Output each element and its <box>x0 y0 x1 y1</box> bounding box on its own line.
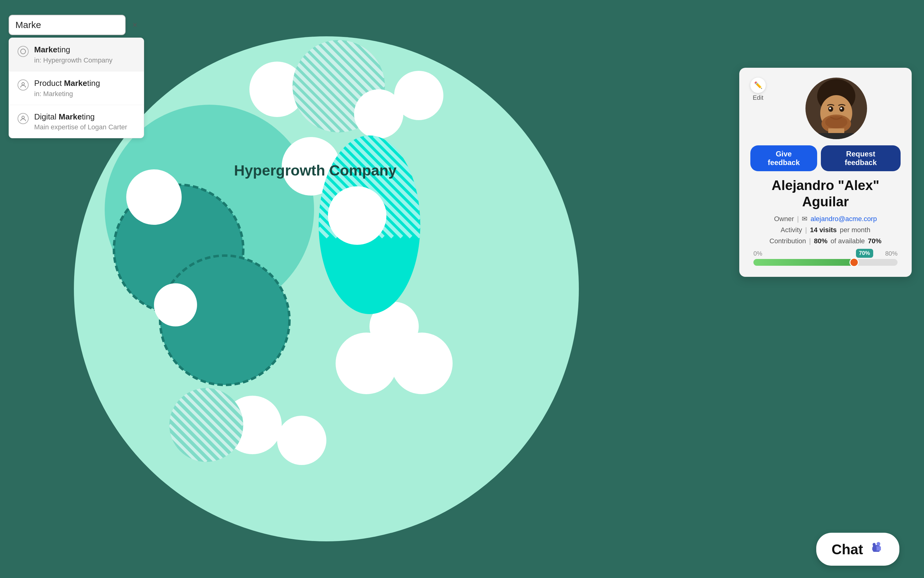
profile-contribution-row: Contribution | 80% of available 70% <box>751 237 901 245</box>
svg-line-24 <box>292 123 302 132</box>
svg-line-17 <box>292 58 366 132</box>
svg-line-23 <box>292 114 311 132</box>
svg-line-65 <box>319 154 402 237</box>
svg-line-68 <box>319 182 374 237</box>
svg-point-29 <box>282 137 340 196</box>
svg-point-93 <box>872 543 876 546</box>
contribution-value: 80% <box>814 237 827 245</box>
progress-bar-fill: 70% <box>754 259 854 266</box>
svg-point-3 <box>250 62 305 117</box>
profile-name: Alejandro "Alex" Aguilar <box>751 177 901 210</box>
svg-line-56 <box>346 135 420 209</box>
svg-line-12 <box>339 40 385 86</box>
profile-top-section: ✏️ Edit <box>751 78 901 139</box>
contribution-suffix: of available <box>831 237 865 245</box>
teams-icon <box>868 539 884 559</box>
svg-point-77 <box>22 116 24 119</box>
svg-line-18 <box>292 68 357 132</box>
search-container: Marke × Marketing in: Hypergrowth Compan… <box>9 15 144 138</box>
svg-point-25 <box>354 89 404 138</box>
svg-line-58 <box>365 135 420 191</box>
activity-value: 14 visits <box>810 226 837 234</box>
svg-line-10 <box>320 40 385 105</box>
svg-rect-84 <box>812 133 861 139</box>
svg-point-51 <box>319 135 420 314</box>
svg-point-28 <box>154 283 197 326</box>
chat-label: Chat <box>832 541 863 558</box>
svg-line-71 <box>319 209 346 237</box>
svg-point-32 <box>370 302 419 351</box>
svg-point-52 <box>319 135 420 314</box>
svg-line-39 <box>188 388 243 443</box>
request-feedback-button[interactable]: Request feedback <box>821 145 901 171</box>
svg-point-4 <box>292 40 385 132</box>
svg-rect-92 <box>876 546 881 550</box>
activity-suffix: per month <box>840 226 871 234</box>
separator-2: | <box>805 226 807 234</box>
svg-line-49 <box>169 443 188 462</box>
email-link[interactable]: alejandro@acme.corp <box>811 215 877 223</box>
activity-label: Activity <box>781 226 802 234</box>
search-result-product-marketing-content: Product Marketing in: Marketing <box>34 78 135 98</box>
progress-bar-background: 70% <box>754 259 898 266</box>
progress-max: 80% <box>885 250 898 257</box>
svg-line-55 <box>337 135 420 219</box>
svg-line-13 <box>348 40 385 77</box>
search-result-marketing[interactable]: Marketing in: Hypergrowth Company <box>9 38 144 71</box>
search-input[interactable]: Marke <box>15 20 132 30</box>
avatar-container <box>772 78 901 139</box>
search-result-digital-marketing[interactable]: Digital Marketing Main expertise of Loga… <box>9 105 144 138</box>
outer-bubble <box>74 36 579 541</box>
svg-line-61 <box>392 135 420 163</box>
svg-line-47 <box>169 425 206 462</box>
product-marketing-icon <box>18 80 29 91</box>
svg-line-46 <box>169 416 216 462</box>
svg-line-63 <box>411 135 420 145</box>
svg-line-14 <box>357 40 385 68</box>
svg-line-19 <box>292 77 348 132</box>
edit-button-area[interactable]: ✏️ Edit <box>751 78 766 101</box>
progress-marker: 70% <box>849 258 859 267</box>
svg-line-43 <box>225 388 243 406</box>
chat-button[interactable]: Chat <box>816 533 900 566</box>
avatar <box>806 78 867 139</box>
svg-line-53 <box>319 135 420 237</box>
role-label: Owner <box>774 215 794 223</box>
svg-line-48 <box>169 434 197 462</box>
bubble-label: Hypergrowth Company <box>234 162 397 179</box>
digital-marketing-icon <box>18 113 29 124</box>
search-result-product-marketing-title: Product Marketing <box>34 78 135 89</box>
svg-point-89 <box>825 116 847 128</box>
svg-line-45 <box>169 406 225 462</box>
svg-line-40 <box>197 388 243 434</box>
svg-line-66 <box>319 163 392 237</box>
progress-min: 0% <box>754 250 762 257</box>
profile-card: ✏️ Edit <box>739 68 912 277</box>
svg-rect-6 <box>292 40 385 132</box>
svg-point-5 <box>292 40 385 132</box>
svg-line-57 <box>356 135 420 200</box>
svg-point-31 <box>391 333 452 394</box>
svg-line-11 <box>329 40 385 96</box>
svg-line-60 <box>383 135 420 172</box>
profile-role-row: Owner | ✉ alejandro@acme.corp <box>751 215 901 223</box>
contribution-target: 70% <box>868 237 882 245</box>
search-result-digital-marketing-title: Digital Marketing <box>34 112 135 122</box>
search-result-marketing-sub: in: Hypergrowth Company <box>34 56 135 64</box>
edit-label: Edit <box>753 94 763 101</box>
progress-labels: 0% 80% <box>754 250 898 257</box>
svg-point-76 <box>22 83 24 85</box>
svg-point-74 <box>328 186 386 245</box>
feedback-buttons: Give feedback Request feedback <box>751 145 901 171</box>
svg-point-36 <box>169 388 243 462</box>
search-result-product-marketing[interactable]: Product Marketing in: Marketing <box>9 71 144 105</box>
svg-point-91 <box>877 542 880 546</box>
search-result-digital-marketing-sub: Main expertise of Logan Carter <box>34 123 135 131</box>
give-feedback-button[interactable]: Give feedback <box>751 145 817 171</box>
progress-section: 0% 80% 70% <box>751 250 901 266</box>
svg-point-35 <box>169 388 243 462</box>
svg-point-33 <box>223 396 282 454</box>
search-clear-button[interactable]: × <box>132 21 137 29</box>
svg-point-26 <box>394 71 443 120</box>
svg-line-37 <box>169 388 243 462</box>
